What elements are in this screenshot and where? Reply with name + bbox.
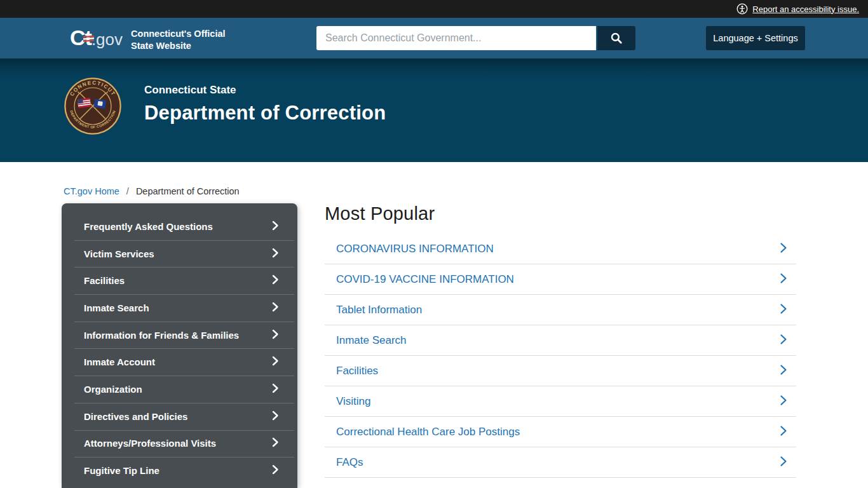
main-content: Most Popular CORONAVIRUS INFORMATION COV… [325,203,796,478]
chevron-right-icon [272,464,279,477]
chevron-right-icon [272,220,279,233]
site-header: Ct.gov Connecticut's Official State Webs… [0,18,868,58]
popular-link-label: CORONAVIRUS INFORMATION [336,243,494,255]
popular-link-coronavirus[interactable]: CORONAVIRUS INFORMATION [325,234,796,264]
sidebar-item-victim-services[interactable]: Victim Services [62,240,297,268]
chevron-right-icon [272,410,279,423]
sidebar-item-fugitive-tip-line[interactable]: Fugitive Tip Line [62,457,297,484]
accessibility-icon [736,3,748,15]
sidebar-item-facilities[interactable]: Facilities [62,267,297,294]
popular-link-label: FAQs [336,456,363,469]
chevron-right-icon [780,273,787,287]
sidebar-item-directives-policies[interactable]: Directives and Policies [62,403,297,430]
sidebar-item-label: Fugitive Tip Line [84,465,159,476]
popular-link-inmate-search[interactable]: Inmate Search [325,325,796,356]
sidebar-item-label: Information for Friends & Families [84,330,239,341]
popular-link-label: Facilities [336,365,378,377]
sidebar-item-label: Facilities [84,275,125,286]
page-title: Most Popular [325,203,796,224]
chevron-right-icon [272,302,279,314]
language-settings-button[interactable]: Language + Settings [706,26,805,50]
chevron-right-icon [780,395,787,409]
chevron-right-icon [272,437,279,449]
chevron-right-icon [780,303,787,317]
sidebar-item-organization[interactable]: Organization [62,376,297,403]
agency-eyebrow: Connecticut State [144,84,386,97]
breadcrumb-home-link[interactable]: CT.gov Home [64,186,119,196]
popular-link-visiting[interactable]: Visiting [325,386,796,417]
tagline-line1: Connecticut's Official [131,28,225,40]
sidebar-item-inmate-account[interactable]: Inmate Account [62,348,297,376]
accessibility-bar: Report an accessibility issue. [0,0,868,18]
sidebar-item-friends-families[interactable]: Information for Friends & Families [62,322,297,349]
popular-link-label: Correctional Health Care Job Postings [336,426,520,438]
chevron-right-icon [272,248,279,260]
search-button[interactable] [597,26,635,50]
popular-link-label: Visiting [336,395,371,408]
breadcrumb-separator: / [126,186,129,196]
chevron-right-icon [780,425,787,439]
popular-link-faqs[interactable]: FAQs [325,447,796,478]
page: Report an accessibility issue. Ct.gov [0,0,868,488]
sidebar-item-attorneys-visits[interactable]: Attorneys/Professional Visits [62,430,297,458]
sidebar-item-label: Victim Services [84,248,154,259]
ctgov-logo-mark: Ct.gov [70,23,123,57]
tagline-line2: State Website [131,40,225,52]
popular-link-label: Inmate Search [336,334,407,347]
chevron-right-icon [780,456,787,470]
sidebar-item-label: Inmate Search [84,302,149,313]
chevron-right-icon [780,242,787,256]
sidebar-item-label: Organization [84,384,142,395]
chevron-right-icon [272,329,279,341]
sidebar-item-inmate-search[interactable]: Inmate Search [62,294,297,322]
sidebar-item-label: Directives and Policies [84,411,187,422]
popular-link-tablet-information[interactable]: Tablet Information [325,295,796,325]
popular-link-facilities[interactable]: Facilities [325,356,796,386]
popular-link-label: COVID-19 VACCINE INFORMATION [336,273,514,286]
chevron-right-icon [272,356,279,368]
breadcrumb: CT.gov Home / Department of Correction [64,186,240,196]
agency-title: Department of Correction [144,102,386,125]
breadcrumb-current: Department of Correction [136,186,240,196]
logo-gov-text: .gov [92,30,123,49]
search-icon [610,32,623,44]
logo-flag-icon [83,25,95,54]
accessibility-report-link[interactable]: Report an accessibility issue. [752,4,859,14]
agency-title-block: Connecticut State Department of Correcti… [144,84,386,125]
site-search [316,26,635,50]
site-tagline: Connecticut's Official State Website [131,28,225,52]
search-input[interactable] [316,26,596,50]
sidebar-item-label: Attorneys/Professional Visits [84,438,216,449]
chevron-right-icon [780,364,787,378]
sidebar-item-label: Inmate Account [84,356,155,367]
department-seal: CONNECTICUT DEPARTMENT OF CORRECTION [64,77,122,138]
sidebar-item-faq[interactable]: Frequently Asked Questions [62,213,297,240]
sidebar-nav: Frequently Asked Questions Victim Servic… [62,203,297,488]
popular-link-label: Tablet Information [336,304,422,316]
popular-link-health-care-jobs[interactable]: Correctional Health Care Job Postings [325,417,796,447]
ctgov-logo[interactable]: Ct.gov Connecticut's Official State Webs… [70,23,226,57]
chevron-right-icon [272,383,279,395]
popular-link-covid-vaccine[interactable]: COVID-19 VACCINE INFORMATION [325,264,796,295]
chevron-right-icon [780,334,787,348]
agency-banner: CONNECTICUT DEPARTMENT OF CORRECTION Con… [0,58,868,162]
chevron-right-icon [272,274,279,287]
sidebar-item-label: Frequently Asked Questions [84,221,213,232]
